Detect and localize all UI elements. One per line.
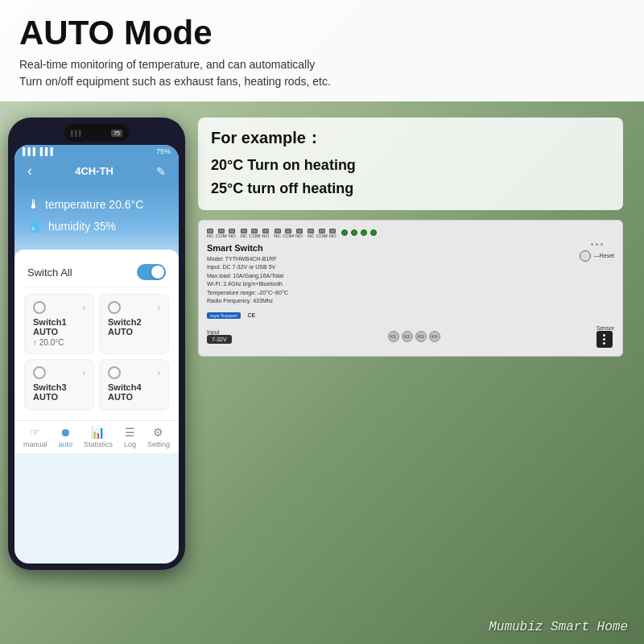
led1 — [341, 229, 348, 236]
connector-group-1: NC COM NO — [207, 229, 236, 238]
reset-label: —Reset — [594, 253, 614, 258]
switch-card-4[interactable]: › Switch4 AUTO — [99, 359, 169, 411]
statistics-icon: 📊 — [91, 426, 105, 439]
k-buttons: K1 K2 K3 K4 — [388, 331, 440, 342]
antenna-indicator — [591, 243, 603, 246]
switch-all-row: Switch All — [24, 259, 169, 287]
example-line2: 25°C turn off heating — [211, 177, 610, 200]
led4 — [370, 229, 377, 236]
phone-screen: ▌▌▌ ▌▌▌ 75% ‹ 4CH-TH ✎ 🌡 temperature 20.… — [14, 145, 179, 564]
battery-status: 75% — [156, 147, 171, 155]
switch3-name: Switch3 AUTO — [33, 382, 85, 402]
device-bottom: Input 7-32V K1 K2 K3 K4 Sensor — [207, 325, 614, 348]
switch4-icon — [108, 366, 121, 379]
switch3-icon — [33, 366, 46, 379]
smart-switch-device: NC COM NO — [198, 220, 623, 357]
switch1-icon — [33, 301, 46, 314]
right-content: For example： 20°C Turn on heating 25°C t… — [185, 109, 636, 365]
edit-button[interactable]: ✎ — [156, 165, 166, 178]
device-model: Model: TYTHWB4CH-B1RF — [207, 255, 573, 264]
back-button[interactable]: ‹ — [27, 163, 32, 180]
device-right: —Reset — [580, 243, 614, 320]
led3 — [361, 229, 367, 236]
signal-bars: ▌▌▌ ▌▌▌ — [23, 147, 56, 155]
sensor-area: 🌡 temperature 20.6°C 💧 humidity 35% — [14, 184, 179, 256]
k4-button[interactable]: K4 — [429, 331, 440, 342]
input-terminal: 7-32V — [207, 335, 232, 344]
device-input: Input: DC 7-32V or USB 5V — [207, 263, 573, 272]
nav-title: 4CH-TH — [75, 165, 114, 177]
humidity-icon: 💧 — [27, 218, 43, 233]
switch2-arrow: › — [158, 303, 160, 312]
switch-grid: › Switch1 AUTO ↑ 20.0°C › Switch2 AUTO — [24, 294, 169, 411]
top-connectors: NC COM NO — [207, 229, 614, 238]
signal-icon: ▌▌▌ — [71, 130, 83, 136]
example-line1: 20°C Turn on heating — [211, 154, 610, 177]
reset-area: —Reset — [580, 250, 614, 262]
sensor-label: Sensor — [597, 325, 614, 331]
tuya-badge: tuya Support — [207, 312, 241, 319]
page-title: AUTO Mode — [19, 14, 625, 52]
main-content: ▌▌▌ 75 ▌▌▌ ▌▌▌ 75% ‹ 4CH-TH ✎ — [0, 101, 644, 570]
connector-group-3: NC COM NO — [274, 229, 303, 238]
switch-card-1[interactable]: › Switch1 AUTO ↑ 20.0°C — [24, 294, 94, 354]
settings-icon: ⚙ — [153, 426, 163, 439]
switch1-name: Switch1 AUTO — [33, 317, 85, 336]
k2-button[interactable]: K2 — [402, 331, 413, 342]
switch2-icon — [108, 301, 121, 314]
nav-statistics[interactable]: 📊 Statistics — [84, 426, 113, 448]
battery-indicator: 75 — [111, 130, 122, 137]
nav-setting-label: Setting — [147, 440, 170, 448]
switch-card-2[interactable]: › Switch2 AUTO — [99, 294, 169, 354]
description: Real-time monitoring of temperature, and… — [19, 56, 625, 90]
reset-button[interactable] — [580, 250, 591, 262]
phone-mockup: ▌▌▌ 75 ▌▌▌ ▌▌▌ 75% ‹ 4CH-TH ✎ — [8, 118, 185, 570]
device-wifi: Wi-Fi: 2.4Ghz b/g/n+Bluetooth — [207, 280, 573, 289]
example-title: For example： — [211, 127, 610, 149]
phone-bottom-nav: ☞ manual ⏺ auto 📊 Statistics ☰ Log — [14, 420, 179, 453]
switch-card-3[interactable]: › Switch3 AUTO — [24, 359, 94, 411]
switch-all-toggle[interactable] — [137, 264, 166, 280]
ce-mark: CE — [247, 312, 255, 318]
switch1-temp: ↑ 20.0°C — [33, 338, 85, 347]
device-maxload: Max.load: 10A/Gang,16A/Total — [207, 272, 573, 281]
nav-log[interactable]: ☰ Log — [124, 426, 136, 448]
nav-statistics-label: Statistics — [84, 440, 113, 448]
phone-notch: ▌▌▌ 75 — [64, 124, 129, 142]
log-icon: ☰ — [125, 426, 135, 439]
switch-all-label: Switch All — [27, 266, 72, 279]
input-label: Input — [207, 329, 232, 335]
device-body: Smart Switch Model: TYTHWB4CH-B1RF Input… — [207, 243, 614, 320]
k1-button[interactable]: K1 — [388, 331, 399, 342]
temperature-value: temperature 20.6°C — [45, 198, 143, 211]
switch2-name: Switch2 AUTO — [108, 317, 160, 336]
manual-icon: ☞ — [30, 426, 40, 439]
phone-nav-bar: ‹ 4CH-TH ✎ — [14, 158, 179, 184]
toggle-knob — [151, 266, 164, 279]
phone-card-area: Switch All › Switch1 AUTO — [14, 250, 179, 420]
humidity-value: humidity 35% — [48, 220, 116, 233]
k3-button[interactable]: K3 — [415, 331, 427, 342]
top-section: AUTO Mode Real-time monitoring of temper… — [0, 0, 644, 101]
led2 — [351, 229, 357, 236]
sensor-section: Sensor — [597, 325, 614, 348]
sensor-probe — [597, 331, 613, 348]
nav-log-label: Log — [124, 440, 136, 448]
nav-manual-label: manual — [23, 440, 47, 448]
phone-body: ▌▌▌ 75 ▌▌▌ ▌▌▌ 75% ‹ 4CH-TH ✎ — [8, 118, 185, 570]
input-section: Input 7-32V — [207, 329, 232, 344]
nav-auto[interactable]: ⏺ auto — [58, 426, 72, 448]
switch1-arrow: › — [83, 303, 85, 312]
device-temp-range: Temperature range: -20°C~80°C — [207, 289, 573, 298]
auto-icon: ⏺ — [60, 426, 71, 439]
connector-group-4: NC COM NO — [308, 229, 336, 238]
brand-watermark: Mumubiz Smart Home — [489, 620, 628, 634]
temperature-row: 🌡 temperature 20.6°C — [27, 197, 166, 212]
status-bar: ▌▌▌ ▌▌▌ 75% — [14, 145, 179, 158]
thermometer-icon: 🌡 — [27, 197, 40, 212]
switch4-arrow: › — [158, 369, 160, 378]
nav-setting[interactable]: ⚙ Setting — [147, 426, 170, 448]
nav-auto-label: auto — [58, 440, 72, 448]
device-radio: Radio Frequency: 433Mhz — [207, 297, 573, 306]
nav-manual[interactable]: ☞ manual — [23, 426, 47, 448]
